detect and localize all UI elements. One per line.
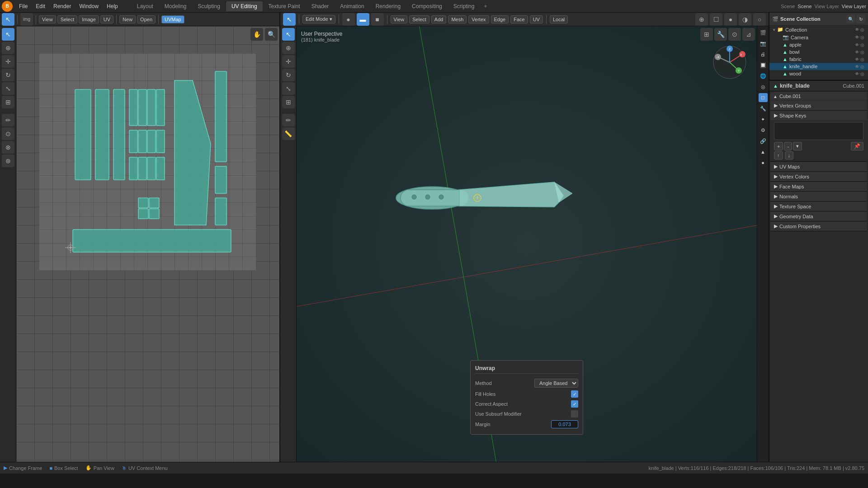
uv-view-menu[interactable]: View [39, 15, 56, 23]
scene-name[interactable]: Scene [797, 4, 811, 9]
unwrap-fill-holes-check[interactable]: ✓ [571, 390, 578, 398]
vertex-colors-header[interactable]: ▶ Vertex Colors [770, 172, 867, 181]
unwrap-method-dropdown[interactable]: Angle Based [534, 379, 578, 388]
uv-cursor-tool[interactable]: ⊕ [2, 42, 14, 54]
vp-annotate[interactable]: ✏ [282, 114, 295, 127]
tab-animation[interactable]: Animation [335, 1, 369, 11]
scene-item-apple[interactable]: ▾ ▲ apple 👁 ◎ [769, 41, 868, 48]
vp-rotate[interactable]: ↻ [282, 69, 295, 81]
props-view-layer-icon[interactable]: 🔲 [759, 61, 768, 70]
navigation-gizmo[interactable]: X -X Y Z [712, 44, 748, 80]
scene-item-wood[interactable]: ▾ ▲ wood 👁 ◎ [769, 70, 868, 77]
vp-shading-rendered[interactable]: ○ [753, 13, 766, 26]
props-output-icon[interactable]: 🖨 [759, 50, 768, 59]
unwrap-subsurf-check[interactable] [571, 410, 578, 418]
menu-edit[interactable]: Edit [32, 2, 49, 10]
props-render-icon[interactable]: 📷 [759, 39, 768, 48]
vp-vert-mode[interactable]: ● [342, 13, 355, 26]
vp-face-menu[interactable]: Face [510, 15, 528, 23]
sk-up[interactable]: ↑ [774, 151, 783, 160]
uv-select-tool[interactable]: ↖ [2, 13, 14, 26]
sk-more[interactable]: ▾ [793, 142, 802, 150]
uv-uv-menu[interactable]: UV [100, 15, 113, 23]
vp-icon-prop[interactable]: ⊙ [728, 28, 741, 41]
texture-space-header[interactable]: ▶ Texture Space [770, 202, 867, 211]
vp-edge-mode[interactable]: ▬ [357, 13, 369, 26]
sk-remove[interactable]: - [784, 142, 792, 150]
props-scene2-icon[interactable]: 🌐 [759, 71, 768, 80]
tab-modeling[interactable]: Modeling [159, 1, 192, 11]
geometry-data-header[interactable]: ▶ Geometry Data [770, 211, 867, 221]
custom-props-header[interactable]: ▶ Custom Properties [770, 221, 867, 231]
uv-rotate-tool[interactable]: ↻ [2, 69, 14, 81]
menu-window[interactable]: Window [75, 2, 102, 10]
add-workspace-button[interactable]: + [480, 1, 491, 11]
vp-view-menu[interactable]: View [391, 15, 408, 23]
uv-maps-header[interactable]: ▶ UV Maps [770, 162, 867, 171]
vp-scale[interactable]: ⤡ [282, 82, 295, 95]
normals-header[interactable]: ▶ Normals [770, 192, 867, 201]
vp-mesh-menu[interactable]: Mesh [448, 15, 467, 23]
menu-render[interactable]: Render [50, 2, 75, 10]
props-world-icon[interactable]: ◎ [759, 82, 768, 91]
outliner-sync[interactable]: ↻ [856, 14, 865, 23]
props-data-icon[interactable]: ▲ [759, 147, 768, 156]
vp-shading-mat[interactable]: ◑ [739, 13, 751, 26]
uv-new-button[interactable]: New [119, 15, 136, 23]
tab-sculpting[interactable]: Sculpting [193, 1, 226, 11]
vp-uv-menu[interactable]: UV [530, 15, 543, 23]
tab-compositing[interactable]: Compositing [406, 1, 448, 11]
props-scene-icon[interactable]: 🎬 [759, 28, 768, 37]
collection-vis[interactable]: 👁 [855, 27, 859, 32]
uv-canvas[interactable]: ✋ 🔍 [16, 26, 279, 462]
vp-icon-snap[interactable]: 🔧 [714, 28, 727, 41]
vp-canvas-area[interactable]: User Perspective (181) knife_blade [297, 26, 757, 462]
props-constraints-icon[interactable]: 🔗 [759, 136, 768, 145]
scene-selector[interactable]: Scene [781, 4, 795, 9]
uv-smooth-tool[interactable]: ⊛ [2, 155, 14, 167]
sk-add[interactable]: + [774, 142, 783, 150]
menu-file[interactable]: File [15, 2, 31, 10]
uv-pinch-tool[interactable]: ⊗ [2, 141, 14, 154]
props-object-icon[interactable]: ⊡ [759, 93, 768, 102]
uv-annotate-tool[interactable]: ✏ [2, 114, 14, 127]
props-material-icon[interactable]: ● [759, 158, 768, 167]
tab-shader[interactable]: Shader [306, 1, 335, 11]
scene-item-knife-handle[interactable]: ▾ ▲ knife_handle 👁 ◎ [769, 63, 868, 70]
tab-scripting[interactable]: Scripting [448, 1, 480, 11]
props-modifier-icon[interactable]: 🔧 [759, 104, 768, 113]
uv-transform-tool[interactable]: ⊞ [2, 96, 14, 108]
unwrap-correct-aspect-check[interactable]: ✓ [571, 400, 578, 408]
uv-select-box-tool[interactable]: ↖ [2, 28, 14, 41]
vp-select-menu[interactable]: Select [409, 15, 429, 23]
uv-image-menu[interactable]: Image [79, 15, 99, 23]
vp-measure[interactable]: 📏 [282, 127, 295, 140]
scene-item-collection[interactable]: ▾ 📁 Collection 👁 ◎ [769, 26, 868, 33]
uv-select-menu[interactable]: Select [57, 15, 78, 23]
prop-header-datablock[interactable]: ▲ Cube.001 [770, 92, 867, 100]
tab-rendering[interactable]: Rendering [370, 1, 406, 11]
uv-grab-tool[interactable]: ⊙ [2, 127, 14, 140]
vp-move[interactable]: ✛ [282, 55, 295, 68]
unwrap-margin-value[interactable]: 0.073 [551, 420, 578, 428]
vp-overlay-btn[interactable]: ⊕ [695, 13, 708, 26]
menu-help[interactable]: Help [103, 2, 122, 10]
props-physics-icon[interactable]: ⚙ [759, 126, 768, 135]
vp-icon-mirror[interactable]: ⊿ [742, 28, 755, 41]
vp-icon-grid[interactable]: ⊞ [700, 28, 713, 41]
sk-pin[interactable]: 📌 [851, 142, 863, 150]
uv-header-zoom[interactable]: 🔍 [265, 28, 278, 41]
tab-layout[interactable]: Layout [132, 1, 159, 11]
vp-vertex-menu[interactable]: Vertex [468, 15, 489, 23]
props-particles-icon[interactable]: ✦ [759, 115, 768, 124]
vp-transform[interactable]: ⊞ [282, 96, 295, 108]
vp-xray-btn[interactable]: ☐ [710, 13, 722, 26]
uv-move-tool[interactable]: ✛ [2, 55, 14, 68]
vp-add-menu[interactable]: Add [431, 15, 447, 23]
face-maps-header[interactable]: ▶ Face Maps [770, 182, 867, 191]
sk-down[interactable]: ↓ [785, 151, 794, 160]
uv-header-grab[interactable]: ✋ [250, 28, 263, 41]
tab-texture-paint[interactable]: Texture Paint [263, 1, 306, 11]
vp-select-tool[interactable]: ↖ [283, 13, 296, 26]
vp-cursor[interactable]: ⊕ [282, 42, 295, 54]
